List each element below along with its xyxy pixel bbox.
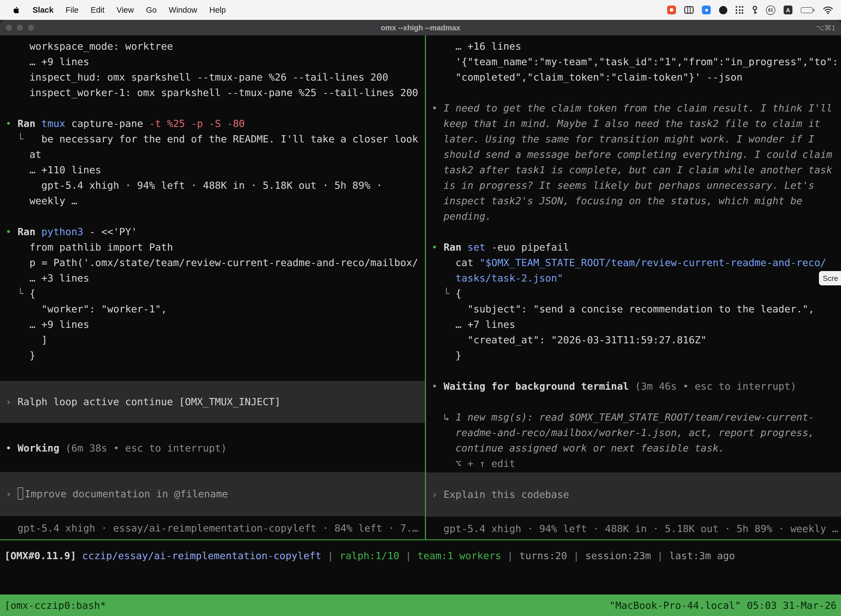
terminal-line: continue assigned work or next feasible … <box>432 440 841 456</box>
menu-item-window[interactable]: Window <box>163 6 203 14</box>
prompt-input[interactable]: › Improve documentation in @filename <box>0 472 425 516</box>
terminal-window: omx --xhigh --madmax ⌥⌘1 workspace_mode:… <box>0 20 841 616</box>
omx-team-workers: team:1 workers <box>418 550 501 561</box>
terminal-line: └ { <box>432 286 841 301</box>
terminal-line: … +9 lines <box>6 54 425 70</box>
clipped-overlay-label: Scre <box>823 274 838 282</box>
terminal-line: weekly … <box>6 193 425 209</box>
apple-menu[interactable] <box>6 6 26 14</box>
terminal-line: • Working (6m 38s • esc to interrupt) <box>6 440 425 456</box>
working-status: • Working (6m 38s • esc to interrupt) <box>6 440 425 456</box>
omx-status-line: [OMX#0.11.9] cczip/essay/ai-reimplementa… <box>4 548 837 563</box>
window-grid-icon[interactable] <box>684 6 694 14</box>
desktop: Slack File Edit View Go Window Help 61 A <box>0 0 841 616</box>
terminal-line: … +9 lines <box>6 317 425 332</box>
screenshot-viewport: Slack File Edit View Go Window Help 61 A <box>0 0 841 616</box>
window-shortcut-hint: ⌥⌘1 <box>816 23 835 32</box>
hud-status: gpt-5.4 xhigh · essay/ai-reimplementatio… <box>6 521 425 536</box>
terminal-line: at <box>6 147 425 162</box>
terminal-line: readme-and-reco/mailbox/worker-1.json, a… <box>432 425 841 440</box>
menu-bar-left: Slack File Edit View Go Window Help <box>0 6 232 14</box>
omx-repo-path: cczip/essay/ai-reimplementation-copyleft <box>82 550 321 561</box>
minimize-button[interactable] <box>16 24 23 31</box>
terminal-line <box>432 85 841 100</box>
input-source-icon[interactable]: A <box>784 6 793 14</box>
terminal-line: should send a message before completing … <box>432 147 841 162</box>
terminal-line <box>6 100 425 116</box>
terminal-line: … +16 lines <box>432 39 841 54</box>
close-button[interactable] <box>6 24 12 31</box>
separator: | <box>573 550 579 561</box>
terminal-line: keep that in mind. Maybe I also need the… <box>432 116 841 131</box>
traffic-lights <box>6 20 34 35</box>
terminal-line: task2 after task1 is complete, but can I… <box>432 162 841 178</box>
terminal-line: '{"team_name":"my-team","task_id":"1","f… <box>432 54 841 70</box>
menu-item-help[interactable]: Help <box>203 6 232 14</box>
terminal-line: } <box>432 348 841 363</box>
terminal-line: • Ran tmux capture-pane -t %25 -p -S -80 <box>6 116 425 131</box>
screen-recording-indicator-icon[interactable] <box>667 6 676 14</box>
menu-bar: Slack File Edit View Go Window Help 61 A <box>0 0 841 20</box>
terminal-line: is in progress? It seems likely but perh… <box>432 178 841 193</box>
terminal-line: gpt-5.4 xhigh · essay/ai-reimplementatio… <box>6 521 425 536</box>
terminal-line: tasks/task-2.json" <box>432 270 841 286</box>
terminal-line: "completed","claim_token":"claim-token"}… <box>432 70 841 85</box>
blue-app-icon[interactable] <box>702 6 711 14</box>
tmux-pane-right[interactable]: … +16 lines '{"team_name":"my-team","tas… <box>426 35 841 539</box>
terminal-line: • I need to get the claim token from the… <box>432 100 841 116</box>
tmux-pane-bottom-border <box>0 539 841 540</box>
terminal-line: gpt-5.4 xhigh · 94% left · 488K in · 5.1… <box>6 178 425 193</box>
menu-item-edit[interactable]: Edit <box>85 6 111 14</box>
menu-item-go[interactable]: Go <box>140 6 163 14</box>
terminal-line <box>6 209 425 224</box>
omx-last-activity: last:3m ago <box>669 550 735 561</box>
terminal-line: later. Using the same for transition mig… <box>432 131 841 147</box>
terminal-line: pending. <box>432 209 841 224</box>
terminal-line: … +3 lines <box>6 270 425 286</box>
tmux-session-window: [omx-cczip0:bash* <box>4 600 106 611</box>
key-icon[interactable] <box>752 5 757 15</box>
wifi-icon[interactable] <box>823 6 833 14</box>
dots-grid-icon[interactable] <box>736 6 744 14</box>
tmux-pane-left[interactable]: workspace_mode: worktree … +9 lines insp… <box>0 35 425 539</box>
terminal-line: └ { <box>6 286 425 301</box>
terminal-line: gpt-5.4 xhigh · 94% left · 488K in · 5.1… <box>432 521 841 537</box>
menu-item-slack[interactable]: Slack <box>26 6 60 14</box>
terminal-line: ↳ 1 new msg(s): read $OMX_TEAM_STATE_ROO… <box>432 409 841 425</box>
menu-item-file[interactable]: File <box>60 6 85 14</box>
terminal-content: workspace_mode: worktree … +9 lines insp… <box>0 35 841 539</box>
omx-version: [OMX#0.11.9] <box>4 550 76 561</box>
scrollback: workspace_mode: worktree … +9 lines insp… <box>6 39 425 363</box>
terminal-line: cat "$OMX_TEAM_STATE_ROOT/team/review-cu… <box>432 255 841 270</box>
terminal-line: from pathlib import Path <box>6 239 425 255</box>
apple-logo-icon <box>12 6 21 14</box>
band-line: › Improve documentation in @filename <box>6 486 228 502</box>
terminal-line: workspace_mode: worktree <box>6 39 425 54</box>
window-title: omx --xhigh --madmax <box>381 23 460 32</box>
separator: | <box>328 550 334 561</box>
battery-icon[interactable] <box>801 7 815 13</box>
terminal-line <box>432 363 841 378</box>
terminal-line: inspect task2's JSON, focusing on the st… <box>432 193 841 209</box>
gauge-icon[interactable]: 61 <box>766 5 775 15</box>
gauge-value: 61 <box>768 7 773 12</box>
separator: | <box>507 550 513 561</box>
tmux-host-clock: "MacBook-Pro-44.local" 05:03 31-Mar-26 <box>609 600 837 611</box>
title-bar[interactable]: omx --xhigh --madmax ⌥⌘1 <box>0 20 841 35</box>
terminal-line: … +7 lines <box>432 317 841 332</box>
dark-circle-app-icon[interactable] <box>719 6 727 14</box>
band-line: › Explain this codebase <box>432 487 569 502</box>
zoom-button[interactable] <box>28 24 34 31</box>
ralph-loop-banner[interactable]: › Ralph loop active continue [OMX_TMUX_I… <box>0 381 425 423</box>
scrollback: … +16 lines '{"team_name":"my-team","tas… <box>432 39 841 471</box>
separator: | <box>657 550 663 561</box>
menu-item-view[interactable]: View <box>111 6 140 14</box>
clipped-edge-overlay[interactable]: Scre <box>819 271 841 285</box>
terminal-line: • Ran set -euo pipefail <box>432 239 841 255</box>
prompt-input[interactable]: › Explain this codebase <box>426 472 841 517</box>
terminal-line: • Ran python3 - <<'PY' <box>6 224 425 239</box>
terminal-line: "created_at": "2026-03-31T11:59:27.816Z" <box>432 332 841 348</box>
terminal-line: inspect_worker-1: omx sparkshell --tmux-… <box>6 85 425 100</box>
terminal-line <box>432 224 841 239</box>
input-source-label: A <box>786 7 790 13</box>
